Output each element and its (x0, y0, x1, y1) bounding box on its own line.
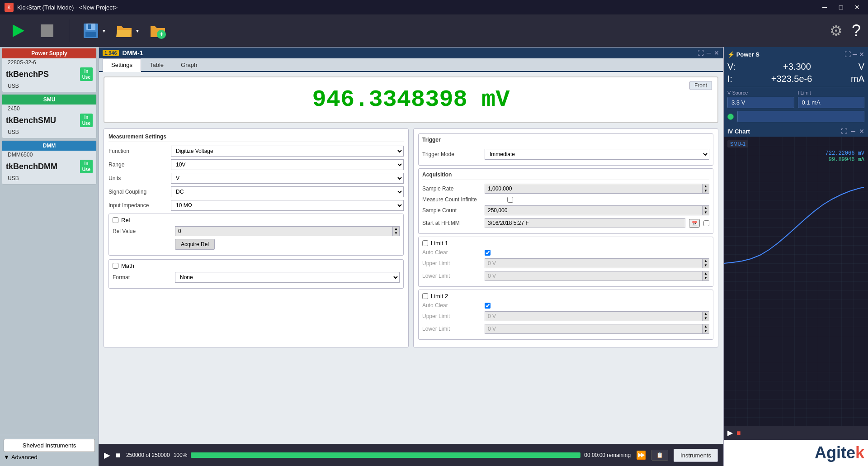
auto-clear1-checkbox[interactable] (485, 250, 491, 256)
units-label: Units (108, 175, 167, 181)
power-supply-header: Power Supply (2, 48, 96, 58)
progress-text: 250000 of 250000 (126, 452, 170, 458)
lower-limit1-up[interactable]: ▲ (703, 271, 709, 276)
open-button[interactable] (113, 20, 135, 42)
smu-header: SMU (2, 95, 96, 105)
measure-count-infinite-checkbox[interactable] (507, 197, 513, 203)
play-button[interactable] (7, 20, 29, 42)
save-button[interactable] (80, 20, 102, 42)
fast-forward-button[interactable]: ⏩ (636, 450, 646, 460)
instruments-button[interactable]: Instruments (674, 449, 718, 462)
calendar-icon[interactable]: 📅 (689, 219, 700, 228)
sample-count-up[interactable]: ▲ (703, 206, 709, 210)
svg-rect-5 (88, 24, 91, 29)
settings-icon[interactable]: ⚙ (830, 22, 843, 39)
iv-close-icon[interactable]: ✕ (859, 128, 864, 135)
input-impedance-select[interactable]: 10 MΩ (171, 200, 404, 211)
upper-limit2-up[interactable]: ▲ (703, 312, 709, 316)
math-checkbox[interactable] (113, 263, 118, 269)
power-supply-card[interactable]: Power Supply 2280S-32-6 tkBenchPS InUse … (2, 48, 97, 92)
measurement-settings-panel: Measurement Settings Function Digitize V… (104, 128, 409, 347)
upper-limit1-up[interactable]: ▲ (703, 259, 709, 263)
tab-graph[interactable]: Graph (172, 58, 206, 71)
tab-settings[interactable]: Settings (103, 58, 141, 72)
right-panel: ⚡ Power S ⛶ ─ ✕ V: +3.300 V I: +323.5e-6… (723, 47, 868, 466)
sample-count-input[interactable] (485, 205, 702, 215)
rel-checkbox[interactable] (113, 217, 118, 223)
ps-close-icon[interactable]: ✕ (859, 51, 864, 58)
measurement-value: 946.3348398 mV (113, 86, 708, 113)
rel-value-up[interactable]: ▲ (393, 227, 399, 231)
units-select[interactable]: V (171, 173, 404, 184)
function-select[interactable]: Digitize Voltage (171, 146, 404, 157)
iv-minimize-icon[interactable]: ─ (851, 128, 855, 135)
limit2-checkbox[interactable] (422, 293, 428, 299)
upper-limit1-down[interactable]: ▼ (703, 263, 709, 268)
format-select[interactable]: None (175, 272, 400, 283)
upper-limit2-input[interactable] (485, 311, 702, 321)
measurement-settings-title: Measurement Settings (108, 133, 404, 142)
agitek-logo: Agitek (724, 440, 868, 466)
app-icon: K (5, 3, 14, 12)
i-limit-input[interactable] (798, 97, 865, 108)
trigger-mode-select[interactable]: Immediate (485, 149, 709, 160)
function-label: Function (108, 148, 167, 154)
limit1-label: Limit 1 (431, 240, 448, 247)
iv-play-button[interactable]: ▶ (727, 428, 733, 437)
start-time-checkbox[interactable] (703, 220, 709, 226)
smu-card[interactable]: SMU 2450 tkBenchSMU InUse USB (2, 94, 97, 138)
dmm-minimize-icon[interactable]: ─ (707, 49, 711, 57)
range-select[interactable]: 10V (171, 159, 404, 170)
v-source-input[interactable] (727, 97, 794, 108)
sample-count-down[interactable]: ▼ (703, 210, 709, 215)
trigger-title: Trigger (422, 137, 709, 145)
lower-limit1-input[interactable] (485, 271, 702, 281)
iv-expand-icon[interactable]: ⛶ (841, 128, 847, 135)
iv-stop-button[interactable]: ■ (736, 429, 741, 437)
close-button[interactable]: ✕ (851, 3, 863, 12)
voltage-reading: V: +3.300 V (727, 62, 864, 72)
front-badge: Front (689, 81, 712, 90)
upper-limit1-input[interactable] (485, 258, 702, 268)
open-arrow[interactable]: ▼ (135, 29, 140, 33)
auto-clear2-checkbox[interactable] (485, 303, 491, 309)
advanced-row[interactable]: ▼ Advanced (4, 452, 95, 462)
svg-rect-1 (41, 24, 53, 37)
status-stop-button[interactable]: ■ (116, 451, 121, 460)
math-section: Math Format None (108, 259, 404, 289)
acquire-rel-button[interactable]: Acquire Rel (175, 239, 215, 250)
maximize-button[interactable]: □ (835, 3, 847, 12)
status-play-button[interactable]: ▶ (104, 450, 110, 460)
rel-value-input[interactable] (175, 226, 392, 236)
dmm-close-icon[interactable]: ✕ (714, 49, 719, 57)
lower-limit2-down[interactable]: ▼ (703, 329, 709, 333)
rel-value-down[interactable]: ▼ (393, 231, 399, 236)
upper-limit2-down[interactable]: ▼ (703, 316, 709, 321)
limit1-checkbox[interactable] (422, 240, 428, 246)
dmm-card[interactable]: DMM DMM6500 tkBenchDMM InUse USB (2, 140, 97, 185)
lower-limit1-down[interactable]: ▼ (703, 276, 709, 281)
help-icon[interactable]: ? (852, 21, 861, 40)
stop-button[interactable] (36, 20, 58, 42)
sample-rate-up[interactable]: ▲ (703, 184, 709, 189)
save-arrow[interactable]: ▼ (102, 29, 106, 33)
input-impedance-label: Input Impedance (108, 202, 167, 209)
shelved-instruments-button[interactable]: Shelved Instruments (4, 439, 95, 452)
agitek-text: Agitek (815, 443, 864, 462)
new-project-button[interactable]: + (147, 20, 169, 42)
tab-table[interactable]: Table (141, 58, 172, 71)
ps-minimize-icon[interactable]: ─ (853, 51, 857, 58)
lower-limit2-up[interactable]: ▲ (703, 324, 709, 329)
sample-rate-down[interactable]: ▼ (703, 189, 709, 193)
clipboard-button[interactable]: 📋 (651, 450, 668, 461)
sidebar: Power Supply 2280S-32-6 tkBenchPS InUse … (0, 47, 99, 466)
minimize-button[interactable]: ─ (818, 3, 831, 12)
lower-limit2-input[interactable] (485, 324, 702, 334)
start-time-input[interactable] (485, 218, 685, 228)
signal-coupling-select[interactable]: DC (171, 186, 404, 197)
ps-status-input[interactable] (737, 111, 864, 122)
sample-count-label: Sample Count (422, 207, 481, 214)
sample-rate-input[interactable] (485, 184, 702, 194)
dmm-expand-icon[interactable]: ⛶ (698, 49, 704, 57)
ps-expand-icon[interactable]: ⛶ (844, 51, 851, 58)
